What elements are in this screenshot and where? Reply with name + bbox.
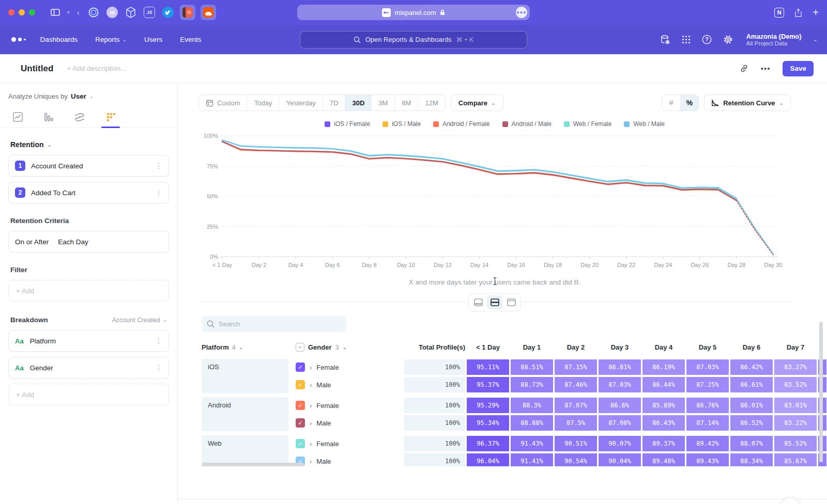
expand-chevron-icon[interactable]: › — [310, 458, 312, 465]
add-breakdown-button[interactable]: + Add — [8, 384, 169, 405]
date-range-6m[interactable]: 6M — [395, 95, 418, 111]
step-event-name[interactable]: Added To Cart — [31, 189, 75, 197]
retention-value-cell[interactable]: 87.15% — [555, 359, 597, 375]
table-row[interactable]: ✓›Female100%95.29%88.3%87.07%86.6%85.89%… — [296, 397, 826, 414]
retention-value-cell[interactable]: 88.51% — [511, 359, 553, 375]
absolute-unit-button[interactable]: # — [662, 95, 680, 111]
apps-grid-icon[interactable] — [682, 35, 691, 44]
breakdown-property-name[interactable]: Gender — [30, 364, 53, 372]
kebab-menu-icon[interactable]: ⋮ — [155, 162, 162, 170]
vertical-scrollbar[interactable] — [819, 322, 823, 462]
series-checkbox[interactable]: ✓ — [296, 401, 305, 410]
url-bar[interactable]: mixpanel.com ●●● — [297, 5, 530, 20]
retention-value-cell[interactable]: 86.76% — [686, 398, 729, 413]
retention-value-cell[interactable]: 88.88% — [511, 415, 553, 431]
retention-step-card[interactable]: 2 Added To Cart ⋮ — [8, 182, 169, 203]
zoom-window-icon[interactable] — [29, 9, 35, 15]
retention-value-cell[interactable]: 86.6% — [599, 398, 641, 413]
retention-value-cell[interactable]: 86.43% — [642, 415, 685, 431]
day-column-header[interactable]: Day 2 — [555, 343, 597, 351]
view-chart-only-button[interactable] — [470, 295, 486, 309]
series-checkbox[interactable]: ✓ — [296, 418, 305, 428]
date-range-7d[interactable]: 7D — [323, 95, 346, 111]
step-event-name[interactable]: Account Created — [31, 162, 83, 170]
date-range-today[interactable]: Today — [248, 95, 280, 111]
expand-chevron-icon[interactable]: › — [310, 419, 312, 427]
minimize-window-icon[interactable] — [19, 9, 25, 15]
gender-cell[interactable]: ✓›Male — [296, 380, 397, 389]
retention-value-cell[interactable]: 95.34% — [467, 415, 509, 431]
table-row[interactable]: ✓›Female100%95.11%88.51%87.15%86.81%86.1… — [296, 359, 826, 375]
series-line-incomplete[interactable] — [737, 198, 773, 254]
tab-funnels[interactable] — [39, 112, 58, 128]
m-extension-icon[interactable]: m — [105, 6, 119, 19]
retention-value-cell[interactable]: 83.52% — [774, 377, 817, 392]
day-column-header[interactable]: Day 4 — [642, 343, 685, 351]
legend-item[interactable]: Web / Male — [624, 120, 664, 128]
retention-value-cell[interactable]: 87.03% — [599, 377, 641, 392]
nav-item-reports[interactable]: Reports⌄ — [95, 36, 127, 43]
series-checkbox[interactable]: ✓ — [296, 439, 305, 448]
data-management-icon[interactable] — [660, 35, 670, 45]
tab-insights[interactable] — [8, 112, 27, 128]
retention-value-cell[interactable]: 90.07% — [599, 436, 641, 451]
expand-chevron-icon[interactable]: › — [310, 440, 312, 448]
retention-value-cell[interactable]: 83.22% — [774, 415, 817, 431]
table-row[interactable]: ✓›Male100%95.37%88.73%87.46%87.03%86.44%… — [296, 376, 826, 393]
legend-item[interactable]: Web / Female — [564, 120, 611, 128]
retention-chart[interactable]: 100%75%50%25%0%< 1 DayDay 2Day 4Day 6Day… — [198, 129, 791, 274]
notion-extension-icon[interactable]: N — [774, 8, 784, 18]
view-table-only-button[interactable] — [503, 295, 519, 309]
gender-cell[interactable]: ✓›Female — [296, 439, 397, 448]
retention-table[interactable]: Platform4 ⌄ − Gender3 ⌄ Total Profile(s)… — [202, 339, 827, 466]
day-column-header[interactable]: Day 1 — [511, 343, 553, 351]
view-split-button[interactable] — [487, 295, 502, 309]
nav-item-users[interactable]: Users — [144, 36, 162, 43]
retention-criteria-card[interactable]: On or After Each Day — [8, 231, 169, 253]
cube-extension-icon[interactable] — [124, 6, 137, 19]
retention-section-header[interactable]: Retention — [10, 140, 44, 149]
bird-extension-icon[interactable] — [161, 6, 175, 19]
retention-value-cell[interactable]: 87.03% — [686, 359, 729, 375]
indeterminate-checkbox[interactable]: − — [296, 343, 304, 352]
retention-value-cell[interactable]: 83.27% — [774, 359, 817, 375]
series-line[interactable] — [222, 141, 737, 199]
retention-value-cell[interactable]: 89.43% — [686, 453, 729, 466]
retention-value-cell[interactable]: 95.11% — [467, 359, 509, 375]
retention-value-cell[interactable]: 86.42% — [730, 359, 773, 375]
settings-gear-icon[interactable] — [723, 35, 733, 44]
percent-unit-button[interactable]: % — [680, 95, 698, 111]
sidebar-toggle-icon[interactable] — [51, 9, 60, 16]
retention-value-cell[interactable]: 95.29% — [467, 398, 509, 413]
retention-value-cell[interactable]: 87.08% — [599, 415, 641, 431]
legend-item[interactable]: iOS / Male — [382, 120, 421, 128]
add-filter-button[interactable]: + Add — [8, 280, 169, 302]
mixpanel-logo[interactable] — [11, 37, 26, 42]
retention-value-cell[interactable]: 88.34% — [730, 453, 773, 466]
gender-cell[interactable]: ✓›Female — [296, 401, 397, 410]
window-controls[interactable] — [8, 9, 35, 15]
day-column-header[interactable]: Day 5 — [686, 343, 729, 351]
retention-value-cell[interactable]: 88.73% — [511, 377, 553, 392]
day-column-header[interactable]: Day 7 — [774, 343, 817, 351]
expand-chevron-icon[interactable]: › — [310, 402, 312, 410]
retention-value-cell[interactable]: 91.41% — [511, 453, 553, 466]
legend-item[interactable]: Android / Female — [433, 120, 489, 128]
retention-value-cell[interactable]: 90.54% — [555, 453, 597, 466]
tab-flows[interactable] — [70, 113, 89, 128]
series-checkbox[interactable]: ✓ — [296, 380, 305, 389]
series-line[interactable] — [222, 141, 737, 200]
day-column-header[interactable]: Day 6 — [730, 343, 773, 351]
retention-value-cell[interactable]: 90.51% — [555, 436, 597, 451]
add-description-placeholder[interactable]: + Add description... — [67, 65, 126, 72]
retention-value-cell[interactable]: 95.37% — [467, 377, 509, 392]
day-column-header[interactable]: < 1 Day — [467, 343, 509, 351]
criteria-interval[interactable]: Each Day — [58, 238, 88, 246]
kebab-menu-icon[interactable]: ⋮ — [155, 337, 162, 345]
retention-value-cell[interactable]: 86.19% — [642, 359, 685, 375]
table-search-input[interactable]: Search — [202, 316, 346, 332]
retention-value-cell[interactable]: 89.42% — [686, 436, 729, 451]
expand-chevron-icon[interactable]: › — [310, 381, 312, 389]
platform-cell[interactable]: iOS — [202, 359, 288, 393]
retention-value-cell[interactable]: 87.5% — [555, 415, 597, 431]
